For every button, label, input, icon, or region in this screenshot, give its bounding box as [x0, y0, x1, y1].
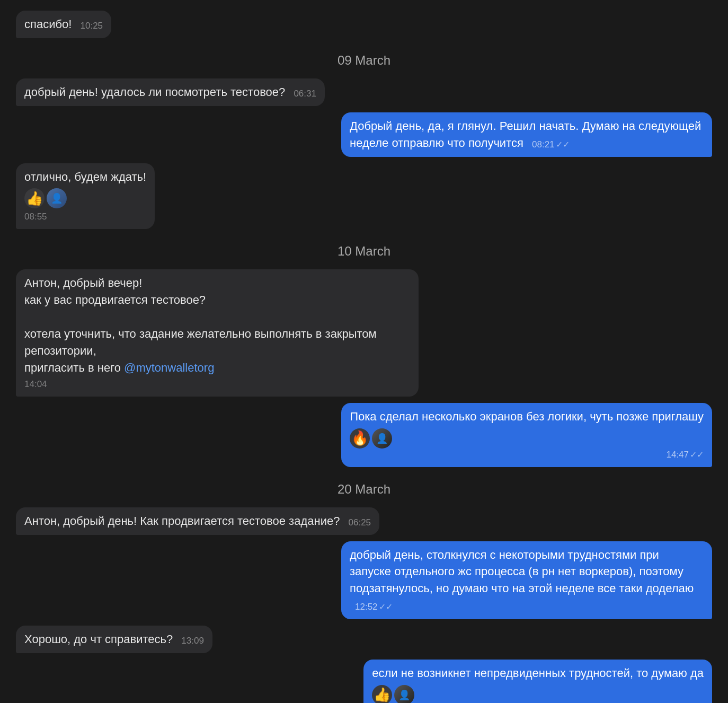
message-bubble: Антон, добрый вечер! как у вас продвигае… — [16, 269, 419, 397]
message-row: отлично, будем ждать! 👍 👤 08:55 — [16, 163, 712, 230]
message-text: добрый день, столкнулся с некоторыми тру… — [350, 548, 694, 595]
message-row: Хорошо, до чт справитесь? 13:09 — [16, 626, 712, 653]
message-text: отлично, будем ждать! — [24, 169, 146, 186]
message-row: добрый день, столкнулся с некоторыми тру… — [16, 541, 712, 620]
reaction-emoji: 👍 — [372, 685, 392, 703]
date-label: 20 March — [338, 482, 390, 497]
message-text: Хорошо, до чт справитесь? — [24, 632, 173, 646]
chat-container: спасибо! 10:25 09 March добрый день! уда… — [0, 0, 728, 703]
reaction-row: 👍 👤 — [372, 685, 704, 703]
message-row: спасибо! 10:25 — [16, 11, 712, 38]
message-time: 06:25 — [349, 517, 371, 528]
message-text: добрый день! удалось ли посмотреть тесто… — [24, 85, 285, 99]
read-checkmark: ✓✓ — [556, 140, 570, 149]
message-row: Пока сделал несколько экранов без логики… — [16, 403, 712, 467]
message-row: Антон, добрый вечер! как у вас продвигае… — [16, 269, 712, 397]
message-row: если не возникнет непредвиденных труднос… — [16, 660, 712, 703]
message-text: Добрый день, да, я глянул. Решил начать.… — [350, 119, 701, 150]
message-time: 08:55 — [24, 210, 146, 224]
reaction-avatar: 👤 — [394, 685, 414, 703]
mention-link[interactable]: @mytonwalletorg — [124, 361, 214, 374]
message-text: Пока сделал несколько экранов без логики… — [350, 408, 704, 425]
message-bubble: Антон, добрый день! Как продвигается тес… — [16, 507, 379, 535]
message-time: 14:47✓✓ — [666, 449, 704, 462]
reaction-emoji: 🔥 — [350, 428, 370, 449]
date-divider: 20 March — [16, 482, 712, 497]
date-divider: 10 March — [16, 244, 712, 259]
message-bubble: Добрый день, да, я глянул. Решил начать.… — [341, 112, 712, 157]
message-row: добрый день! удалось ли посмотреть тесто… — [16, 78, 712, 106]
reaction-row: 🔥 👤 — [350, 428, 704, 449]
message-time: 12:52✓✓ — [355, 602, 393, 612]
date-divider: 09 March — [16, 53, 712, 68]
message-bubble: спасибо! 10:25 — [16, 11, 111, 38]
message-time: 08:21✓✓ — [532, 139, 570, 150]
reaction-emoji: 👍 — [24, 188, 45, 208]
message-time: 06:31 — [294, 89, 316, 99]
read-checkmark: ✓✓ — [690, 450, 704, 459]
message-row: Антон, добрый день! Как продвигается тес… — [16, 507, 712, 535]
message-bubble: Хорошо, до чт справитесь? 13:09 — [16, 626, 212, 653]
message-text: Антон, добрый день! Как продвигается тес… — [24, 514, 340, 528]
read-checkmark: ✓✓ — [379, 602, 393, 611]
message-time: 14:04 — [24, 378, 410, 391]
message-bubble: добрый день, столкнулся с некоторыми тру… — [341, 541, 712, 620]
message-text: если не возникнет непредвиденных труднос… — [372, 665, 704, 682]
message-row: Добрый день, да, я глянул. Решил начать.… — [16, 112, 712, 157]
reaction-avatar: 👤 — [47, 188, 67, 208]
message-text: Антон, добрый вечер! как у вас продвигае… — [24, 275, 410, 376]
date-label: 09 March — [338, 53, 390, 68]
reaction-avatar: 👤 — [372, 428, 392, 449]
message-bubble: добрый день! удалось ли посмотреть тесто… — [16, 78, 325, 106]
date-label: 10 March — [338, 244, 390, 259]
message-bubble: если не возникнет непредвиденных труднос… — [363, 660, 712, 703]
message-bubble: Пока сделал несколько экранов без логики… — [341, 403, 712, 467]
reaction-row: 👍 👤 — [24, 188, 146, 208]
message-time: 13:09 — [181, 636, 204, 646]
message-text: спасибо! — [24, 17, 72, 31]
message-time: 10:25 — [81, 21, 103, 31]
message-bubble: отлично, будем ждать! 👍 👤 08:55 — [16, 163, 155, 230]
